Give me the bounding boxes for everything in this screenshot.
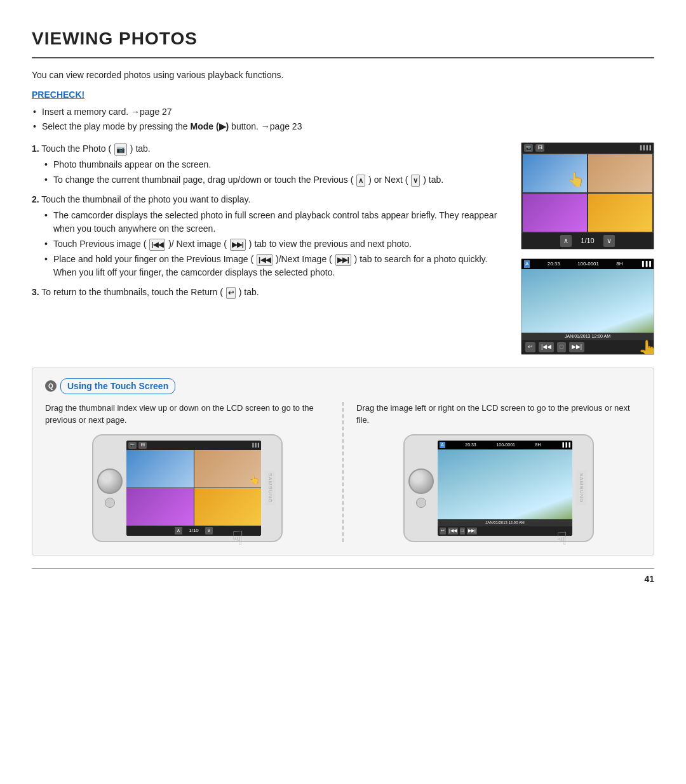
device-left-page: 1/10 <box>189 527 199 535</box>
device-right-return-btn[interactable]: ↩ <box>440 528 446 535</box>
info-cols: Drag the thumbnail index view up or down… <box>45 402 641 542</box>
next-tab-icon: ∨ <box>411 175 420 187</box>
step-2: 2. Touch the thumbnail of the photo you … <box>32 193 508 279</box>
main-content: 1. Touch the Photo ( 📷 ) tab. Photo thum… <box>32 142 654 355</box>
screen2-prev-btn[interactable]: |◀◀ <box>539 342 554 352</box>
info-right-col: Drag the image left or right on the LCD … <box>344 402 641 542</box>
page-title: VIEWING PHOTOS <box>32 25 654 58</box>
device-screen-left: 📷 🎞 ▐▐▐ 👆 <box>126 441 261 536</box>
screen2-return-btn[interactable]: ↩ <box>525 342 535 352</box>
device-right: A 20:33 100-0001 8H ▐▐▐ JAN/01/2013 12:0… <box>403 434 594 542</box>
intro-text: You can view recorded photos using vario… <box>32 69 654 82</box>
prev-tab-icon: ∧ <box>356 175 365 187</box>
step-2-item-2: Touch Previous image ( |◀◀ )/ Next image… <box>43 237 508 251</box>
info-left-text: Drag the thumbnail index view up or down… <box>45 402 330 427</box>
step-2-number: 2. <box>32 194 39 204</box>
photo-tab-icon: 📷 <box>114 143 127 156</box>
info-box-title: Using the Touch Screen <box>60 378 175 394</box>
device-right-next-btn[interactable]: ▶▶| <box>467 528 477 535</box>
images-col: 📷 🎞 ▐▐▐▐ 👆 ∧ 1/10 ∨ A <box>521 142 654 355</box>
step-2-item-1: The camcorder displays the selected phot… <box>43 209 508 236</box>
device-right-stop-btn[interactable]: □ <box>460 528 465 535</box>
device-right-controls <box>408 468 434 508</box>
step-2-list: The camcorder displays the selected phot… <box>43 209 508 279</box>
prev-hold-icon: |◀◀ <box>257 254 272 266</box>
next-image-icon: ▶▶| <box>230 239 246 251</box>
small-btn-right <box>416 498 426 508</box>
device-mockup-right: A 20:33 100-0001 8H ▐▐▐ JAN/01/2013 12:0… <box>356 434 641 542</box>
screen1-next-btn[interactable]: ∨ <box>603 235 615 247</box>
screen2-flag: A <box>524 260 530 268</box>
screen2-stop-btn[interactable]: □ <box>557 342 565 352</box>
precheck-list: Insert a memory card. →page 27 Select th… <box>32 105 654 133</box>
small-btn-left <box>105 498 115 508</box>
step-1: 1. Touch the Photo ( 📷 ) tab. Photo thum… <box>32 142 508 187</box>
info-right-text: Drag the image left or right on the LCD … <box>356 402 641 427</box>
device-left-nav-up[interactable]: ∧ <box>175 527 182 535</box>
screen1-page: 1/10 <box>581 236 594 246</box>
device-left-nav-down[interactable]: ∨ <box>205 527 213 535</box>
screen2-quality: 8H <box>616 260 622 268</box>
device-left-controls <box>97 468 123 508</box>
info-left-col: Drag the thumbnail index view up or down… <box>45 402 344 542</box>
screen2-next-btn[interactable]: ▶▶| <box>569 342 584 352</box>
screen2-time: 20:33 <box>548 260 560 268</box>
info-q-icon: Q <box>45 380 57 392</box>
precheck-item-1: Insert a memory card. →page 27 <box>32 105 654 119</box>
return-tab-icon: ↩ <box>226 287 236 299</box>
screen1-prev-btn[interactable]: ∧ <box>560 235 572 247</box>
step-3-number: 3. <box>32 287 39 297</box>
photo-screen: A 20:33 100-0001 8H ▐▐▐ JAN/01/2013 12:0… <box>521 258 654 355</box>
info-box-header: Q Using the Touch Screen <box>45 378 641 394</box>
precheck-item-2: Select the play mode by pressing the Mod… <box>32 120 654 133</box>
screen2-date: JAN/01/2013 12:00 AM <box>521 333 654 341</box>
samsung-label-right: SAMSUNG <box>576 470 586 505</box>
step-1-item-2: To change the current thumbnail page, dr… <box>43 173 508 187</box>
prev-image-icon: |◀◀ <box>149 239 165 251</box>
next-hold-icon: ▶▶| <box>335 254 351 266</box>
jog-dial-right <box>408 468 434 494</box>
step-1-item-1: Photo thumbnails appear on the screen. <box>43 158 508 171</box>
step-1-number: 1. <box>32 143 39 154</box>
swipe-hand-left: ☟ <box>232 524 243 552</box>
instructions-col: 1. Touch the Photo ( 📷 ) tab. Photo thum… <box>32 142 508 355</box>
step-1-list: Photo thumbnails appear on the screen. T… <box>43 158 508 187</box>
thumbnail-screen: 📷 🎞 ▐▐▐▐ 👆 ∧ 1/10 ∨ <box>521 142 654 249</box>
device-right-prev-btn[interactable]: |◀◀ <box>448 528 458 535</box>
device-left: 📷 🎞 ▐▐▐ 👆 <box>92 434 283 542</box>
info-box: Q Using the Touch Screen Drag the thumbn… <box>32 368 654 555</box>
page-number: 41 <box>32 568 654 586</box>
swipe-hand-right: ☟ <box>556 526 567 552</box>
screen2-file: 100-0001 <box>577 260 599 268</box>
device-mockup-left: 📷 🎞 ▐▐▐ 👆 <box>45 434 330 542</box>
jog-dial-left <box>97 468 123 494</box>
step-2-item-3: Place and hold your finger on the Previo… <box>43 253 508 279</box>
precheck-link[interactable]: PRECHECK! <box>32 90 84 100</box>
device-screen-right: A 20:33 100-0001 8H ▐▐▐ JAN/01/2013 12:0… <box>438 441 572 536</box>
samsung-label-left: SAMSUNG <box>265 470 275 505</box>
step-3: 3. To return to the thumbnails, touch th… <box>32 286 508 299</box>
screen2-battery: ▐▐▐ <box>640 260 651 268</box>
